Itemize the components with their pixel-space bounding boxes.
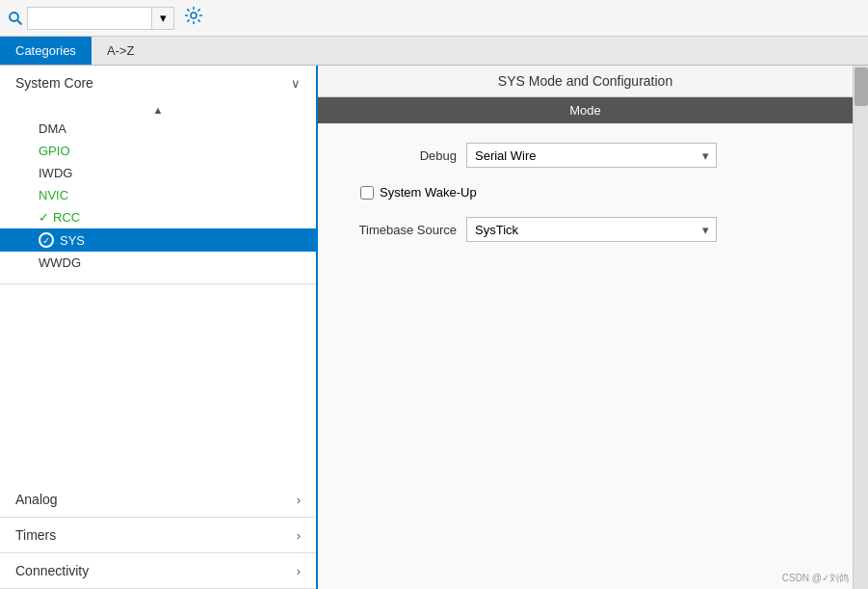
timebase-select[interactable]: SysTick TIM1 TIM2 <box>466 217 717 242</box>
gear-icon[interactable] <box>184 6 203 30</box>
timebase-row: Timebase Source SysTick TIM1 TIM2 <box>341 217 829 242</box>
connectivity-arrow: › <box>297 564 301 578</box>
category-analog[interactable]: Analog › <box>0 482 316 518</box>
debug-row: Debug No Debug Trace Asynchronous Sw Ser… <box>341 143 829 168</box>
search-input[interactable] <box>27 7 152 30</box>
gpio-label: GPIO <box>39 144 70 158</box>
rcc-check-icon: ✓ <box>39 210 49 225</box>
svg-point-0 <box>10 13 18 21</box>
rcc-label: RCC <box>53 210 80 225</box>
category-connectivity[interactable]: Connectivity › <box>0 553 316 589</box>
sidebar-item-iwdg[interactable]: IWDG <box>0 162 316 184</box>
timebase-select-wrapper: SysTick TIM1 TIM2 <box>466 217 717 242</box>
tab-az[interactable]: A->Z <box>92 37 150 65</box>
wake-up-checkbox[interactable] <box>360 186 374 200</box>
wwdg-label: WWDG <box>39 255 81 270</box>
sidebar-item-gpio[interactable]: GPIO <box>0 140 316 162</box>
wake-up-row: System Wake-Up <box>341 185 829 200</box>
top-bar: ▾ <box>0 0 868 37</box>
debug-select-wrapper: No Debug Trace Asynchronous Sw Serial Wi… <box>466 143 717 168</box>
sidebar-item-rcc[interactable]: ✓ RCC <box>0 206 316 228</box>
sys-label: SYS <box>60 233 85 248</box>
watermark: CSDN @✓刘鸽 <box>782 572 849 585</box>
sidebar-item-wwdg[interactable]: WWDG <box>0 252 316 274</box>
system-core-label: System Core <box>15 75 93 91</box>
sidebar-item-dma[interactable]: DMA <box>0 118 316 140</box>
search-icon <box>8 11 23 26</box>
scroll-thumb[interactable] <box>855 67 868 106</box>
debug-select[interactable]: No Debug Trace Asynchronous Sw Serial Wi… <box>466 143 717 168</box>
category-timers[interactable]: Timers › <box>0 518 316 553</box>
main-layout: System Core ∨ ▲ DMA GPIO IWDG NVIC <box>0 66 868 589</box>
sidebar: System Core ∨ ▲ DMA GPIO IWDG NVIC <box>0 66 318 589</box>
debug-label: Debug <box>341 148 457 163</box>
sidebar-item-nvic[interactable]: NVIC <box>0 184 316 206</box>
analog-arrow: › <box>297 493 301 507</box>
content-area: SYS Mode and Configuration Mode Debug No… <box>318 66 853 589</box>
timers-label: Timers <box>15 527 56 543</box>
svg-line-1 <box>17 20 22 25</box>
sort-arrows: ▲ <box>0 100 316 118</box>
timebase-label: Timebase Source <box>341 223 457 237</box>
content-title: SYS Mode and Configuration <box>318 66 853 97</box>
timers-arrow: › <box>297 528 301 543</box>
iwdg-label: IWDG <box>39 166 72 180</box>
mode-content: Debug No Debug Trace Asynchronous Sw Ser… <box>318 123 853 261</box>
tab-categories[interactable]: Categories <box>0 37 92 65</box>
tab-bar: Categories A->Z <box>0 37 868 66</box>
category-system-core[interactable]: System Core ∨ <box>0 66 316 100</box>
dma-label: DMA <box>39 121 66 136</box>
wake-up-label: System Wake-Up <box>380 185 477 200</box>
system-core-items: ▲ DMA GPIO IWDG NVIC ✓ RCC <box>0 100 316 284</box>
nvic-label: NVIC <box>39 188 68 202</box>
sys-circle-check-icon <box>39 232 54 248</box>
mode-header: Mode <box>318 97 853 123</box>
sidebar-item-sys[interactable]: SYS <box>0 228 316 252</box>
system-core-collapse-arrow: ∨ <box>291 76 301 91</box>
right-scrollbar[interactable] <box>853 66 868 589</box>
search-dropdown-button[interactable]: ▾ <box>151 7 174 30</box>
connectivity-label: Connectivity <box>15 563 89 578</box>
analog-label: Analog <box>15 492 58 507</box>
